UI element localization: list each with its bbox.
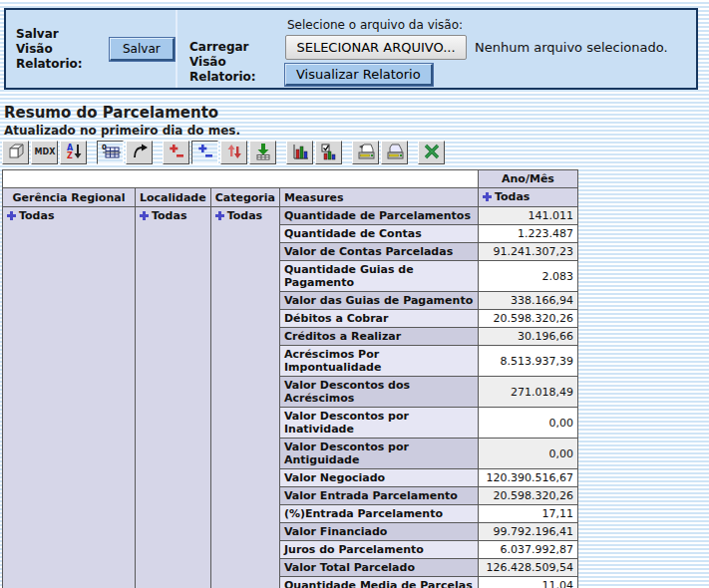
measure-label-cell: Quantidade de Contas — [279, 225, 478, 243]
mdx-icon: MDX — [34, 145, 56, 161]
swap-axes-icon — [131, 143, 149, 163]
measure-label-cell: Valor Descontos por Antiguidade — [279, 439, 478, 469]
measure-label-cell: Quantidade Media de Parcelas — [279, 577, 478, 588]
measure-value-cell: 11,04 — [478, 577, 577, 588]
up-down-arrows-icon — [225, 143, 243, 163]
swap-axes-button[interactable] — [126, 141, 153, 164]
measure-label-cell: Créditos a Realizar — [279, 328, 478, 346]
dimension-member-cell: Todas — [136, 207, 211, 588]
measure-value-cell: 0,00 — [478, 408, 577, 439]
page-subtitle: Atualizado no primeiro dia do mes. — [4, 124, 709, 138]
dimension-member-cell: Todas — [3, 207, 136, 588]
dimension-header-row: Gerência Regional Localidade Categoria M… — [3, 188, 578, 207]
measure-value-cell: 8.513.937,39 — [478, 346, 577, 377]
view-report-button[interactable]: Visualizar Relatorio — [285, 64, 433, 86]
show-parent-members-button[interactable]: 0 — [97, 141, 124, 164]
drill-down-icon[interactable] — [483, 191, 492, 204]
measure-label-cell: Juros do Parcelamento — [279, 541, 478, 559]
column-dimension-header: Ano/Mês — [478, 170, 577, 188]
drill-through-icon — [254, 143, 272, 163]
sort-az-icon: A Z — [65, 143, 83, 163]
column-member-cell: Todas — [478, 188, 577, 207]
measure-value-cell: 6.037.992,87 — [478, 541, 577, 559]
measure-label-cell: Valor Descontos por Inatividade — [279, 408, 478, 439]
table-zero-icon: 0 — [101, 143, 121, 163]
drill-down-icon[interactable] — [140, 210, 149, 223]
measure-label-cell: (%)Entrada Parcelamento — [279, 505, 478, 523]
page-title: Resumo do Parcelamento — [4, 104, 709, 122]
measure-label-cell: Valor Entrada Parcelamento — [279, 487, 478, 505]
measure-value-cell: 141.011 — [478, 207, 577, 225]
plus-minus-red-icon — [168, 143, 185, 163]
show-chart-button[interactable] — [286, 141, 313, 164]
plus-minus-blue-icon — [196, 143, 214, 163]
corner-cell — [3, 170, 479, 188]
dimension-member-label: Todas — [227, 209, 262, 222]
measure-label-cell: Valor Negociado — [279, 469, 478, 487]
row-dimension-header-gerencia: Gerência Regional — [3, 188, 136, 207]
file-status-text: Nenhum arquivo selecionado. — [475, 40, 668, 55]
column-header-row: Ano/Mês — [3, 170, 578, 188]
drill-member-button[interactable] — [163, 141, 189, 164]
svg-text:Z: Z — [67, 151, 73, 160]
print-button[interactable] — [381, 141, 408, 164]
printer-icon — [385, 143, 405, 163]
drill-down-icon[interactable] — [215, 210, 224, 223]
measure-value-cell: 271.018,49 — [478, 377, 577, 408]
measure-value-cell: 30.196,66 — [478, 328, 577, 346]
print-config-button[interactable] — [352, 141, 379, 164]
drill-through-button[interactable] — [249, 141, 276, 164]
save-button[interactable]: Salvar — [110, 38, 175, 61]
save-section: Salvar Visão Relatorio: Salvar — [6, 10, 177, 88]
measure-value-cell: 2.083 — [478, 261, 577, 292]
table-row: TodasTodasTodasQuantidade de Parcelament… — [3, 207, 578, 225]
measure-value-cell: 338.166,94 — [478, 292, 577, 310]
measure-label-cell: Valor Financiado — [279, 523, 478, 541]
row-dimension-header-categoria: Categoria — [210, 188, 279, 207]
file-input-row: SELECIONAR ARQUIVO... Nenhum arquivo sel… — [285, 35, 668, 60]
olap-navigator-button[interactable] — [2, 141, 29, 164]
save-view-label: Salvar Visão Relatorio: — [16, 27, 96, 72]
load-view-label: Carregar Visão Relatorio: — [189, 40, 285, 88]
column-member-label: Todas — [495, 190, 530, 203]
select-file-button[interactable]: SELECIONAR ARQUIVO... — [285, 35, 467, 60]
measure-value-cell: 17,11 — [478, 505, 577, 523]
load-controls: Selecione o arquivo da visão: SELECIONAR… — [285, 16, 668, 88]
row-dimension-header-measures: Measures — [279, 188, 478, 207]
save-load-panel: Salvar Visão Relatorio: Salvar Carregar … — [4, 8, 698, 90]
measure-value-cell: 126.428.509,54 — [478, 559, 577, 577]
dimension-member-label: Todas — [152, 209, 186, 222]
measure-value-cell: 120.390.516,67 — [478, 469, 577, 487]
excel-icon — [423, 143, 441, 163]
measure-label-cell: Valor das Guias de Pagamento — [279, 292, 478, 310]
pivot-toolbar: MDX A Z 0 — [2, 141, 709, 164]
measure-label-cell: Quantidade Guias de Pagamento — [279, 261, 478, 292]
measure-value-cell: 91.241.307,23 — [478, 243, 577, 261]
row-dimension-header-localidade: Localidade — [136, 188, 211, 207]
measure-value-cell: 20.598.320,26 — [478, 487, 577, 505]
file-prompt-label: Selecione o arquivo da visão: — [287, 18, 668, 32]
chart-config-icon — [320, 143, 338, 163]
measure-value-cell: 1.223.487 — [478, 225, 577, 243]
measure-value-cell: 99.792.196,41 — [478, 523, 577, 541]
bar-chart-icon — [291, 143, 309, 163]
drill-down-icon[interactable] — [7, 210, 16, 223]
drill-position-button[interactable] — [191, 141, 218, 164]
cube-icon — [6, 143, 26, 163]
drill-replace-button[interactable] — [220, 141, 247, 164]
chart-config-button[interactable] — [315, 141, 342, 164]
measure-label-cell: Valor de Contas Parceladas — [279, 243, 478, 261]
print-config-icon — [356, 143, 376, 163]
pivot-table: Ano/Mês Gerência Regional Localidade Cat… — [2, 169, 578, 588]
svg-text:MDX: MDX — [34, 147, 55, 156]
measure-label-cell: Acréscimos Por Impontualidade — [279, 346, 478, 377]
measure-value-cell: 0,00 — [478, 439, 577, 469]
export-excel-button[interactable] — [418, 141, 445, 164]
dimension-member-label: Todas — [19, 209, 54, 222]
sort-config-button[interactable]: A Z — [60, 141, 87, 164]
measure-label-cell: Valor Total Parcelado — [279, 559, 478, 577]
load-section: Carregar Visão Relatorio: Selecione o ar… — [177, 10, 696, 88]
mdx-editor-button[interactable]: MDX — [31, 141, 58, 164]
measure-value-cell: 20.598.320,26 — [478, 310, 577, 328]
measure-label-cell: Valor Descontos dos Acréscimos — [279, 377, 478, 408]
